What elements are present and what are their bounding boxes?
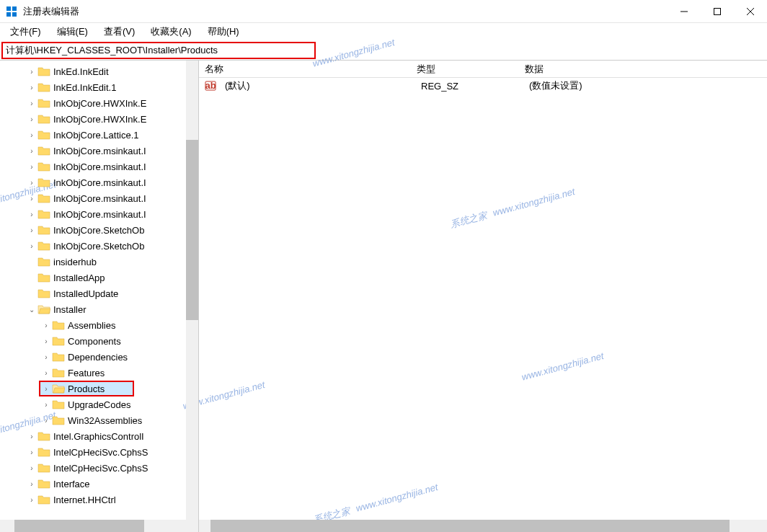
tree-node[interactable]: ›InkObjCore.Lattice.1: [0, 127, 198, 143]
tree-node[interactable]: ›Components: [0, 333, 198, 349]
tree-node[interactable]: ›InkEd.InkEdit: [0, 63, 198, 79]
node-label: Intel.GraphicsControlI: [53, 431, 144, 442]
expand-icon[interactable]: ›: [40, 322, 52, 329]
expand-icon[interactable]: ›: [26, 242, 37, 250]
node-label: InstalledApp: [53, 272, 105, 283]
menubar: 文件(F) 编辑(E) 查看(V) 收藏夹(A) 帮助(H): [0, 23, 767, 40]
node-label: InkObjCore.HWXInk.E: [53, 98, 146, 109]
tree-node[interactable]: ›Win32Assemblies: [0, 412, 198, 428]
expand-icon[interactable]: ›: [26, 179, 37, 187]
tree-node[interactable]: ›UpgradeCodes: [0, 396, 198, 412]
svg-rect-1: [12, 6, 17, 11]
expand-icon[interactable]: ›: [40, 369, 52, 377]
expand-icon[interactable]: ›: [40, 353, 52, 361]
expand-icon[interactable]: ›: [26, 115, 37, 123]
node-label: Assemblies: [68, 320, 115, 331]
expand-icon[interactable]: ›: [26, 226, 37, 234]
minimize-button[interactable]: [668, 0, 701, 23]
tree-node[interactable]: ›InkObjCore.msinkaut.I: [0, 206, 198, 222]
expand-icon[interactable]: ⌄: [26, 306, 37, 314]
svg-rect-5: [714, 9, 721, 15]
tree-node[interactable]: ›InkObjCore.msinkaut.I: [0, 190, 198, 206]
node-label: InkObjCore.msinkaut.I: [53, 161, 146, 172]
list-panel: 名称 类型 数据 ab (默认) REG_SZ (数值未设置): [199, 61, 767, 532]
column-data[interactable]: 数据: [519, 61, 767, 77]
expand-icon[interactable]: ›: [26, 147, 37, 155]
tree-panel: ›InkEd.InkEdit›InkEd.InkEdit.1›InkObjCor…: [0, 61, 199, 532]
node-label: Components: [68, 336, 121, 347]
maximize-button[interactable]: [701, 0, 734, 23]
node-label: Products: [68, 384, 105, 394]
expand-icon[interactable]: ›: [40, 337, 52, 345]
node-label: InkObjCore.msinkaut.I: [53, 209, 146, 220]
column-name[interactable]: 名称: [199, 61, 411, 77]
column-type[interactable]: 类型: [411, 61, 519, 77]
tree-hscrollbar[interactable]: [0, 520, 198, 532]
tree-vscrollbar[interactable]: [186, 61, 198, 520]
expand-icon[interactable]: ›: [26, 496, 37, 504]
tree-node[interactable]: ›InkObjCore.HWXInk.E: [0, 95, 198, 111]
menu-favorites[interactable]: 收藏夹(A): [148, 24, 194, 40]
tree-node[interactable]: ›Features: [0, 365, 198, 381]
expand-icon[interactable]: ›: [26, 131, 37, 139]
node-label: InkEd.InkEdit: [53, 66, 109, 77]
node-label: InkObjCore.HWXInk.E: [53, 114, 146, 125]
window-controls: [668, 0, 767, 22]
tree-node[interactable]: ›InkEd.InkEdit.1: [0, 79, 198, 95]
expand-icon[interactable]: ›: [40, 401, 52, 409]
list-row[interactable]: ab (默认) REG_SZ (数值未设置): [199, 78, 767, 94]
value-type: REG_SZ: [415, 79, 523, 94]
expand-icon[interactable]: ›: [26, 84, 37, 92]
value-data: (数值未设置): [523, 77, 767, 94]
menu-edit[interactable]: 编辑(E): [54, 24, 91, 40]
tree-node[interactable]: ›IntelCpHeciSvc.CphsS: [0, 460, 198, 476]
expand-icon[interactable]: ›: [26, 433, 37, 440]
tree-node[interactable]: InstalledUpdate: [0, 285, 198, 301]
svg-text:ab: ab: [205, 80, 216, 91]
expand-icon[interactable]: ›: [26, 210, 37, 218]
node-label: InkObjCore.msinkaut.I: [53, 177, 146, 188]
expand-icon[interactable]: ›: [26, 480, 37, 488]
tree-node[interactable]: InstalledApp: [0, 270, 198, 285]
node-label: Internet.HHCtrl: [53, 495, 116, 505]
menu-file[interactable]: 文件(F): [7, 24, 44, 40]
tree-node[interactable]: ⌄Installer: [0, 301, 198, 317]
expand-icon[interactable]: ›: [40, 417, 52, 425]
node-label: InkObjCore.SketchOb: [53, 241, 144, 252]
close-button[interactable]: [734, 0, 767, 23]
tree-node[interactable]: ›InkObjCore.msinkaut.I: [0, 174, 198, 190]
expand-icon[interactable]: ›: [26, 68, 37, 76]
tree-node[interactable]: ›Intel.GraphicsControlI: [0, 428, 198, 444]
svg-rect-0: [6, 6, 11, 11]
list-header: 名称 类型 数据: [199, 61, 767, 78]
node-label: Win32Assemblies: [68, 415, 142, 426]
expand-icon[interactable]: ›: [26, 99, 37, 107]
node-label: IntelCpHeciSvc.CphsS: [53, 447, 148, 458]
node-label: IntelCpHeciSvc.CphsS: [53, 463, 148, 474]
expand-icon[interactable]: ›: [26, 448, 37, 456]
expand-icon[interactable]: ›: [26, 464, 37, 472]
list-hscrollbar[interactable]: [199, 520, 767, 532]
tree-node[interactable]: ›InkObjCore.HWXInk.E: [0, 111, 198, 127]
menu-view[interactable]: 查看(V): [101, 24, 138, 40]
tree-node[interactable]: ›Internet.HHCtrl: [0, 492, 198, 507]
expand-icon[interactable]: ›: [26, 195, 37, 203]
tree-node-selected[interactable]: ›Products: [39, 381, 134, 396]
titlebar: 注册表编辑器: [0, 0, 767, 23]
address-bar[interactable]: 计算机\HKEY_CLASSES_ROOT\Installer\Products: [1, 42, 316, 59]
tree-node[interactable]: insiderhub: [0, 254, 198, 270]
tree-node[interactable]: ›InkObjCore.SketchOb: [0, 222, 198, 238]
node-label: Installer: [53, 304, 87, 315]
tree-node[interactable]: ›IntelCpHeciSvc.CphsS: [0, 444, 198, 460]
tree-node[interactable]: ›InkObjCore.msinkaut.I: [0, 143, 198, 159]
tree-node[interactable]: ›Interface: [0, 476, 198, 492]
node-label: InkObjCore.SketchOb: [53, 225, 144, 236]
expand-icon[interactable]: ›: [40, 385, 52, 393]
tree-node[interactable]: ›InkObjCore.msinkaut.I: [0, 159, 198, 174]
tree-node[interactable]: ›Dependencies: [0, 349, 198, 365]
tree-node[interactable]: ›InkObjCore.SketchOb: [0, 238, 198, 254]
menu-help[interactable]: 帮助(H): [205, 24, 242, 40]
tree-node[interactable]: ›Assemblies: [0, 317, 198, 333]
node-label: InkObjCore.Lattice.1: [53, 130, 139, 141]
expand-icon[interactable]: ›: [26, 163, 37, 171]
